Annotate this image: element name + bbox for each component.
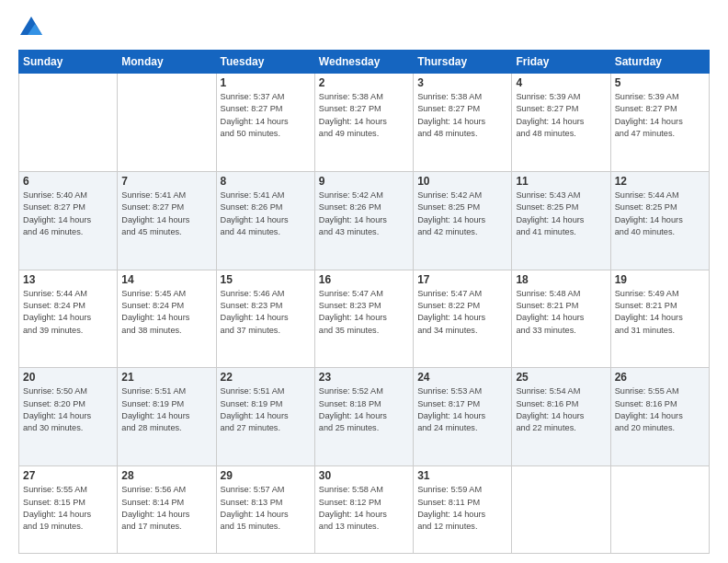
logo <box>18 15 48 40</box>
day-number: 15 <box>221 273 311 286</box>
day-info: Sunrise: 5:50 AM Sunset: 8:20 PM Dayligh… <box>23 385 113 434</box>
day-info: Sunrise: 5:51 AM Sunset: 8:19 PM Dayligh… <box>121 385 211 434</box>
day-info: Sunrise: 5:40 AM Sunset: 8:27 PM Dayligh… <box>23 190 113 238</box>
day-number: 30 <box>319 469 409 482</box>
calendar-cell: 17Sunrise: 5:47 AM Sunset: 8:22 PM Dayli… <box>414 270 512 368</box>
day-info: Sunrise: 5:54 AM Sunset: 8:16 PM Dayligh… <box>516 385 606 434</box>
day-number: 8 <box>221 175 311 188</box>
calendar-cell: 21Sunrise: 5:51 AM Sunset: 8:19 PM Dayli… <box>118 368 216 466</box>
calendar-cell: 30Sunrise: 5:58 AM Sunset: 8:12 PM Dayli… <box>314 466 413 554</box>
calendar-cell <box>512 466 610 554</box>
day-info: Sunrise: 5:51 AM Sunset: 8:19 PM Dayligh… <box>221 385 311 434</box>
calendar-cell <box>19 74 118 172</box>
day-number: 17 <box>417 273 507 286</box>
calendar-cell: 16Sunrise: 5:47 AM Sunset: 8:23 PM Dayli… <box>314 270 413 368</box>
calendar-cell: 19Sunrise: 5:49 AM Sunset: 8:21 PM Dayli… <box>610 270 709 368</box>
day-info: Sunrise: 5:58 AM Sunset: 8:12 PM Dayligh… <box>319 484 409 533</box>
weekday-header-thursday: Thursday <box>414 51 512 74</box>
weekday-header-sunday: Sunday <box>19 51 118 74</box>
day-info: Sunrise: 5:42 AM Sunset: 8:25 PM Dayligh… <box>417 190 507 238</box>
day-info: Sunrise: 5:53 AM Sunset: 8:17 PM Dayligh… <box>417 385 507 434</box>
logo-icon <box>18 15 44 40</box>
day-number: 7 <box>121 175 211 188</box>
day-info: Sunrise: 5:39 AM Sunset: 8:27 PM Dayligh… <box>516 91 606 140</box>
weekday-header-monday: Monday <box>118 51 216 74</box>
calendar-cell: 10Sunrise: 5:42 AM Sunset: 8:25 PM Dayli… <box>414 171 512 270</box>
day-info: Sunrise: 5:45 AM Sunset: 8:24 PM Dayligh… <box>121 288 211 337</box>
header <box>18 15 710 40</box>
calendar-cell <box>118 74 216 172</box>
day-number: 5 <box>615 76 705 89</box>
page: SundayMondayTuesdayWednesdayThursdayFrid… <box>0 0 728 563</box>
calendar-cell: 2Sunrise: 5:38 AM Sunset: 8:27 PM Daylig… <box>314 74 413 172</box>
calendar-cell: 28Sunrise: 5:56 AM Sunset: 8:14 PM Dayli… <box>118 466 216 554</box>
day-info: Sunrise: 5:41 AM Sunset: 8:26 PM Dayligh… <box>221 190 311 238</box>
day-number: 9 <box>319 175 409 188</box>
day-info: Sunrise: 5:55 AM Sunset: 8:16 PM Dayligh… <box>615 385 705 434</box>
day-info: Sunrise: 5:38 AM Sunset: 8:27 PM Dayligh… <box>319 91 409 140</box>
calendar-cell: 22Sunrise: 5:51 AM Sunset: 8:19 PM Dayli… <box>216 368 314 466</box>
calendar-cell: 6Sunrise: 5:40 AM Sunset: 8:27 PM Daylig… <box>19 171 118 270</box>
day-info: Sunrise: 5:44 AM Sunset: 8:24 PM Dayligh… <box>23 288 113 337</box>
day-number: 2 <box>319 76 409 89</box>
calendar-cell: 29Sunrise: 5:57 AM Sunset: 8:13 PM Dayli… <box>216 466 314 554</box>
day-number: 13 <box>23 273 113 286</box>
day-number: 29 <box>221 469 311 482</box>
day-info: Sunrise: 5:41 AM Sunset: 8:27 PM Dayligh… <box>121 190 211 238</box>
day-info: Sunrise: 5:44 AM Sunset: 8:25 PM Dayligh… <box>615 190 705 238</box>
day-number: 4 <box>516 76 606 89</box>
weekday-header-saturday: Saturday <box>610 51 709 74</box>
day-info: Sunrise: 5:56 AM Sunset: 8:14 PM Dayligh… <box>121 484 211 533</box>
day-info: Sunrise: 5:59 AM Sunset: 8:11 PM Dayligh… <box>417 484 507 533</box>
calendar-table: SundayMondayTuesdayWednesdayThursdayFrid… <box>18 50 710 554</box>
calendar-cell: 23Sunrise: 5:52 AM Sunset: 8:18 PM Dayli… <box>314 368 413 466</box>
day-info: Sunrise: 5:48 AM Sunset: 8:21 PM Dayligh… <box>516 288 606 337</box>
day-info: Sunrise: 5:39 AM Sunset: 8:27 PM Dayligh… <box>615 91 705 140</box>
weekday-header-wednesday: Wednesday <box>314 51 413 74</box>
day-number: 20 <box>23 371 113 384</box>
day-info: Sunrise: 5:57 AM Sunset: 8:13 PM Dayligh… <box>221 484 311 533</box>
day-number: 24 <box>417 371 507 384</box>
day-number: 1 <box>221 76 311 89</box>
day-number: 11 <box>516 175 606 188</box>
calendar-week-row: 6Sunrise: 5:40 AM Sunset: 8:27 PM Daylig… <box>19 171 710 270</box>
calendar-cell: 9Sunrise: 5:42 AM Sunset: 8:26 PM Daylig… <box>314 171 413 270</box>
day-number: 25 <box>516 371 606 384</box>
calendar-cell: 3Sunrise: 5:38 AM Sunset: 8:27 PM Daylig… <box>414 74 512 172</box>
day-info: Sunrise: 5:38 AM Sunset: 8:27 PM Dayligh… <box>417 91 507 140</box>
calendar-week-row: 1Sunrise: 5:37 AM Sunset: 8:27 PM Daylig… <box>19 74 710 172</box>
weekday-header-tuesday: Tuesday <box>216 51 314 74</box>
day-info: Sunrise: 5:47 AM Sunset: 8:23 PM Dayligh… <box>319 288 409 337</box>
day-number: 21 <box>121 371 211 384</box>
weekday-header-row: SundayMondayTuesdayWednesdayThursdayFrid… <box>19 51 710 74</box>
day-info: Sunrise: 5:43 AM Sunset: 8:25 PM Dayligh… <box>516 190 606 238</box>
day-number: 14 <box>121 273 211 286</box>
calendar-cell: 27Sunrise: 5:55 AM Sunset: 8:15 PM Dayli… <box>19 466 118 554</box>
day-number: 31 <box>417 469 507 482</box>
day-number: 10 <box>417 175 507 188</box>
calendar-cell: 26Sunrise: 5:55 AM Sunset: 8:16 PM Dayli… <box>610 368 709 466</box>
calendar-cell: 24Sunrise: 5:53 AM Sunset: 8:17 PM Dayli… <box>414 368 512 466</box>
day-number: 3 <box>417 76 507 89</box>
day-info: Sunrise: 5:55 AM Sunset: 8:15 PM Dayligh… <box>23 484 113 533</box>
day-number: 19 <box>615 273 705 286</box>
weekday-header-friday: Friday <box>512 51 610 74</box>
calendar-cell: 8Sunrise: 5:41 AM Sunset: 8:26 PM Daylig… <box>216 171 314 270</box>
calendar-cell: 31Sunrise: 5:59 AM Sunset: 8:11 PM Dayli… <box>414 466 512 554</box>
day-number: 6 <box>23 175 113 188</box>
calendar-cell: 18Sunrise: 5:48 AM Sunset: 8:21 PM Dayli… <box>512 270 610 368</box>
calendar-week-row: 27Sunrise: 5:55 AM Sunset: 8:15 PM Dayli… <box>19 466 710 554</box>
calendar-cell: 12Sunrise: 5:44 AM Sunset: 8:25 PM Dayli… <box>610 171 709 270</box>
day-number: 28 <box>121 469 211 482</box>
calendar-cell: 14Sunrise: 5:45 AM Sunset: 8:24 PM Dayli… <box>118 270 216 368</box>
calendar-week-row: 20Sunrise: 5:50 AM Sunset: 8:20 PM Dayli… <box>19 368 710 466</box>
day-number: 26 <box>615 371 705 384</box>
day-number: 22 <box>221 371 311 384</box>
calendar-cell: 4Sunrise: 5:39 AM Sunset: 8:27 PM Daylig… <box>512 74 610 172</box>
calendar-cell: 11Sunrise: 5:43 AM Sunset: 8:25 PM Dayli… <box>512 171 610 270</box>
day-info: Sunrise: 5:42 AM Sunset: 8:26 PM Dayligh… <box>319 190 409 238</box>
calendar-week-row: 13Sunrise: 5:44 AM Sunset: 8:24 PM Dayli… <box>19 270 710 368</box>
calendar-cell: 15Sunrise: 5:46 AM Sunset: 8:23 PM Dayli… <box>216 270 314 368</box>
calendar-cell <box>610 466 709 554</box>
day-info: Sunrise: 5:47 AM Sunset: 8:22 PM Dayligh… <box>417 288 507 337</box>
